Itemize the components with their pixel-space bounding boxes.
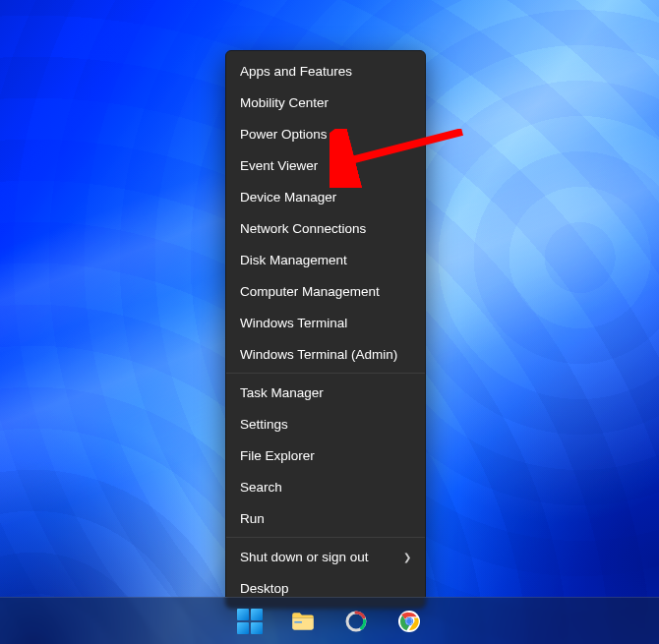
menu-item-label: Run — [240, 511, 265, 526]
menu-item-mobility-center[interactable]: Mobility Center — [226, 87, 425, 118]
menu-item-label: Power Options — [240, 127, 328, 142]
menu-item-settings[interactable]: Settings — [226, 408, 425, 439]
settings-button[interactable] — [340, 606, 372, 637]
menu-item-label: File Explorer — [240, 448, 315, 463]
menu-item-device-manager[interactable]: Device Manager — [226, 181, 425, 212]
menu-separator — [226, 373, 425, 374]
chevron-right-icon: ❯ — [403, 552, 411, 562]
menu-item-windows-terminal-admin[interactable]: Windows Terminal (Admin) — [226, 338, 425, 370]
menu-item-label: Search — [240, 480, 282, 495]
loading-ring-icon — [344, 610, 368, 633]
menu-item-event-viewer[interactable]: Event Viewer — [226, 149, 425, 181]
menu-item-windows-terminal[interactable]: Windows Terminal — [226, 307, 425, 338]
menu-item-label: Shut down or sign out — [240, 550, 369, 564]
menu-item-label: Windows Terminal — [240, 316, 347, 330]
windows-logo-icon — [237, 609, 263, 634]
menu-item-apps-and-features[interactable]: Apps and Features — [226, 55, 425, 87]
chrome-button[interactable] — [393, 606, 425, 637]
menu-item-network-connections[interactable]: Network Connections — [226, 212, 425, 244]
menu-item-file-explorer[interactable]: File Explorer — [226, 439, 425, 471]
menu-item-label: Device Manager — [240, 190, 336, 205]
menu-item-label: Settings — [240, 417, 288, 432]
menu-separator — [226, 537, 425, 538]
menu-item-label: Task Manager — [240, 385, 324, 400]
menu-item-label: Disk Management — [240, 253, 347, 267]
svg-rect-1 — [294, 621, 302, 623]
menu-item-label: Event Viewer — [240, 158, 318, 173]
menu-item-label: Apps and Features — [240, 64, 352, 79]
file-explorer-button[interactable] — [287, 606, 319, 637]
menu-item-power-options[interactable]: Power Options — [226, 118, 425, 149]
folder-icon — [290, 609, 316, 634]
menu-item-label: Computer Management — [240, 284, 380, 299]
winx-context-menu: Apps and FeaturesMobility CenterPower Op… — [225, 50, 426, 609]
chrome-icon — [397, 610, 421, 633]
menu-item-computer-management[interactable]: Computer Management — [226, 275, 425, 307]
taskbar — [0, 597, 659, 644]
menu-item-label: Desktop — [240, 581, 289, 596]
svg-point-6 — [406, 618, 412, 624]
menu-item-label: Mobility Center — [240, 95, 329, 110]
menu-item-label: Network Connections — [240, 221, 366, 236]
menu-item-disk-management[interactable]: Disk Management — [226, 244, 425, 275]
menu-item-shut-down-or-sign-out[interactable]: Shut down or sign out❯ — [226, 541, 425, 572]
menu-item-run[interactable]: Run — [226, 502, 425, 534]
menu-item-search[interactable]: Search — [226, 471, 425, 502]
menu-item-task-manager[interactable]: Task Manager — [226, 377, 425, 408]
start-button[interactable] — [234, 606, 266, 637]
menu-item-label: Windows Terminal (Admin) — [240, 347, 397, 362]
